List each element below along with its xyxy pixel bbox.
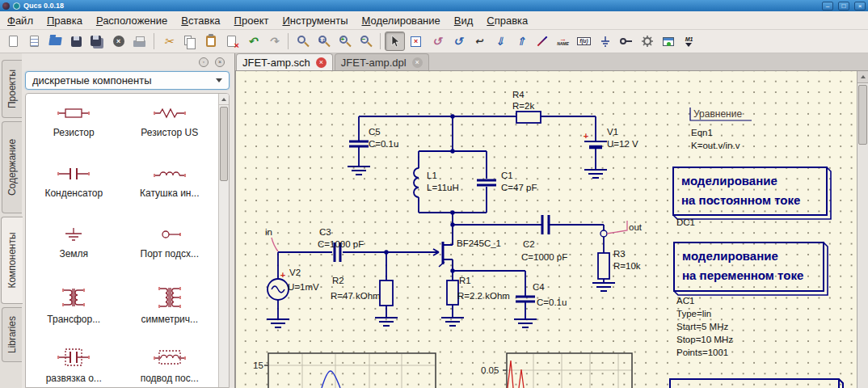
label-C4[interactable]: C4: [533, 282, 545, 292]
component-item-resistor[interactable]: Резистор: [26, 99, 122, 159]
menu-positioning[interactable]: Расположение: [96, 15, 167, 27]
paste-button[interactable]: [200, 32, 221, 51]
close-button[interactable]: ×: [854, 2, 866, 11]
scroll-up-icon[interactable]: [219, 94, 229, 105]
partial-simulation-block[interactable]: [670, 379, 843, 388]
menu-help[interactable]: Справка: [487, 15, 528, 27]
menu-simulation[interactable]: Моделирование: [362, 15, 440, 27]
component-item-dc-feed[interactable]: подвод пос...: [122, 341, 218, 388]
copy-button[interactable]: [179, 32, 200, 51]
label-Q1[interactable]: BF245C_1: [457, 238, 501, 248]
component-item-capacitor[interactable]: Конденсатор: [26, 159, 122, 220]
insert-equation-button[interactable]: f(u): [574, 32, 594, 51]
label-V1[interactable]: V1: [607, 127, 618, 137]
insert-node-name-button[interactable]: →NAME: [553, 32, 573, 51]
value-C1[interactable]: C=47 pF: [501, 183, 537, 192]
ac-source-V2[interactable]: [268, 279, 289, 300]
float-dock-button[interactable]: ◦: [199, 57, 209, 67]
close-dock-button[interactable]: ×: [215, 57, 225, 67]
close-tab-icon[interactable]: ×: [316, 57, 327, 68]
ac-simulation-block[interactable]: моделирование на переменном токе AC1 Typ…: [674, 242, 828, 357]
inductor-L1[interactable]: [414, 168, 419, 197]
value-R4[interactable]: R=2k: [512, 101, 534, 111]
cut-button[interactable]: ✂: [158, 32, 179, 51]
component-item-ground[interactable]: Земля: [26, 220, 122, 280]
scrollbar-thumb[interactable]: [858, 85, 867, 145]
rotate-component-button[interactable]: ↺: [427, 32, 447, 51]
label-R1[interactable]: R1: [459, 276, 471, 285]
delete-button[interactable]: ×: [221, 32, 242, 51]
save-all-button[interactable]: [87, 32, 107, 51]
value-R1[interactable]: R=2.2 kOhm: [457, 291, 510, 301]
sidebar-tab-libraries[interactable]: Libraries: [2, 307, 22, 362]
menu-file[interactable]: Файл: [7, 15, 33, 27]
redo-button[interactable]: ↷: [263, 32, 284, 51]
label-R4[interactable]: R4: [512, 90, 525, 99]
scroll-up-icon[interactable]: [857, 71, 868, 83]
zoom-area-button[interactable]: [293, 32, 313, 51]
wires[interactable]: [278, 116, 604, 319]
open-file-button[interactable]: [45, 32, 65, 51]
dc-simulation-block[interactable]: моделирование на постоянном токе DC1: [673, 167, 831, 227]
component-category-select[interactable]: дискретные компоненты: [25, 71, 230, 90]
scrollbar-thumb[interactable]: [220, 107, 228, 181]
label-V2[interactable]: V2: [289, 268, 301, 277]
zoom-in-button[interactable]: +: [335, 32, 355, 51]
value-V1[interactable]: U=12 V: [607, 139, 638, 149]
menu-insert[interactable]: Вставка: [181, 15, 220, 27]
go-into-subcircuit-button[interactable]: ⇓: [490, 32, 510, 51]
mirror-about-x-button[interactable]: ↺: [448, 32, 468, 51]
close-tab-icon[interactable]: ×: [412, 57, 423, 68]
print-button[interactable]: [129, 32, 150, 51]
menu-tools[interactable]: Инструменты: [282, 15, 348, 27]
minimize-button[interactable]: –: [822, 2, 833, 11]
component-item-subcircuit-port[interactable]: Порт подсх...: [122, 220, 218, 280]
value-V2[interactable]: U=1mV: [288, 282, 319, 292]
insert-ground-button[interactable]: [595, 32, 615, 51]
component-plates[interactable]: [335, 141, 549, 302]
tab-jfet-amp-dpl[interactable]: JFET-amp.dpl ×: [335, 53, 429, 70]
set-marker-button[interactable]: M1: [679, 32, 699, 51]
sidebar-tab-content[interactable]: Содержание: [2, 121, 22, 213]
component-item-transformer[interactable]: Трансфор...: [26, 280, 122, 341]
select-button[interactable]: [385, 32, 405, 51]
simulate-button[interactable]: [637, 32, 657, 51]
new-text-document-button[interactable]: [24, 32, 44, 51]
menu-project[interactable]: Проект: [234, 15, 269, 27]
label-C5[interactable]: C5: [369, 127, 381, 137]
tab-jfet-amp-sch[interactable]: JFET-amp.sch ×: [236, 53, 333, 70]
label-R3[interactable]: R3: [613, 249, 626, 259]
component-list-scrollbar[interactable]: [218, 94, 229, 387]
value-C4[interactable]: C=0.1u: [537, 297, 567, 307]
value-L1[interactable]: L=11uH: [427, 183, 459, 192]
value-C5[interactable]: C=0.1u: [369, 139, 398, 149]
save-button[interactable]: [66, 32, 86, 51]
diagram-gain[interactable]: 15: [253, 353, 436, 388]
schematic-canvas[interactable]: + + C5 C=0.1u L1 L=11uH C1 C=47 pF R4 R=…: [235, 71, 857, 388]
diagram-output[interactable]: 0.05: [481, 353, 632, 388]
resistors[interactable]: [380, 112, 609, 306]
label-C1[interactable]: C1: [501, 171, 513, 180]
undo-button[interactable]: ↶: [242, 32, 263, 51]
zoom-out-button[interactable]: −: [356, 32, 376, 51]
component-item-dc-block[interactable]: развязка о...: [26, 341, 122, 388]
value-C2[interactable]: C=1000 pF: [521, 252, 567, 262]
zoom-1-1-button[interactable]: 1:1: [314, 32, 334, 51]
value-R2[interactable]: R=47 kOhm: [331, 291, 381, 301]
label-C2[interactable]: C2: [523, 239, 535, 249]
component-item-inductor[interactable]: Катушка ин...: [122, 159, 218, 220]
sidebar-tab-components[interactable]: Компоненты: [1, 217, 23, 304]
node-label-in[interactable]: in: [265, 227, 272, 237]
sidebar-tab-projects[interactable]: Проекты: [2, 60, 22, 118]
menu-view[interactable]: Вид: [454, 15, 474, 27]
deactivate-component-button[interactable]: ×: [406, 32, 426, 51]
close-document-button[interactable]: ×: [108, 32, 129, 51]
value-C3[interactable]: C=1000 pF: [318, 239, 364, 249]
jfet-BF245C[interactable]: [433, 225, 453, 271]
insert-wire-button[interactable]: [532, 32, 552, 51]
mirror-about-y-button[interactable]: ↩: [469, 32, 489, 51]
label-C3[interactable]: C3: [319, 227, 331, 237]
out-node-circle[interactable]: [600, 230, 607, 237]
canvas-vertical-scrollbar[interactable]: [857, 71, 868, 388]
new-document-button[interactable]: [3, 32, 23, 51]
